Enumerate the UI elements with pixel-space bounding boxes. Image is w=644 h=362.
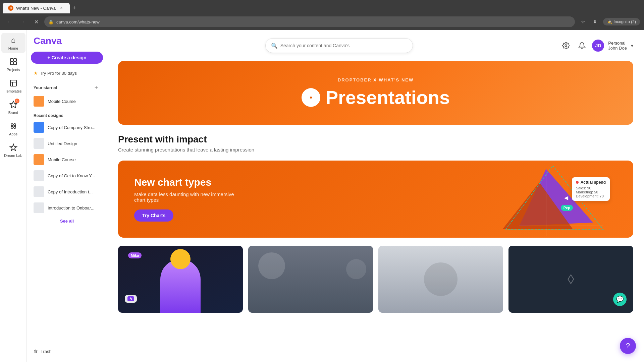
recent-item-untitled[interactable]: Untitled Design (31, 135, 103, 152)
sidebar-label-templates: Templates (5, 89, 21, 93)
app-body: ⌂ Home Projects Templates 1 Brand (0, 30, 644, 362)
svg-rect-4 (10, 80, 16, 86)
sidebar: ⌂ Home Projects Templates 1 Brand (0, 30, 27, 362)
pro-star-icon: ★ (34, 70, 38, 76)
browser-tabs: C What's New - Canva × + (0, 0, 644, 13)
recent-label-introduction: Copy of Introduction t... (48, 189, 93, 194)
present-subtitle: Create stunning presentations that leave… (118, 147, 633, 153)
sidebar-item-home[interactable]: ⌂ Home (1, 33, 25, 53)
recent-label-mobile: Mobile Course (48, 157, 76, 162)
starred-section-header: Your starred + (31, 81, 103, 93)
reload-button[interactable]: ✕ (31, 16, 42, 27)
create-design-button[interactable]: + Create a design (31, 52, 103, 64)
canva-logo: Canva (31, 36, 103, 46)
back-button[interactable]: ← (4, 16, 15, 27)
dreamlab-icon (9, 143, 18, 152)
bottom-card-1[interactable]: Mika ✎ (118, 246, 243, 313)
present-title: Present with impact (118, 134, 633, 145)
recent-thumb-untitled (34, 138, 44, 149)
recent-thumb-introduction (34, 186, 44, 197)
chat-bubble: 💬 (613, 293, 627, 306)
see-all-button[interactable]: See all (31, 216, 103, 226)
recent-thumb-gettoknow (34, 170, 44, 181)
tooltip-label: Actual spend (581, 180, 606, 185)
recent-header: Recent designs (31, 109, 103, 119)
search-icon: 🔍 (271, 43, 278, 49)
svg-point-10 (11, 126, 13, 128)
search-bar[interactable]: 🔍 (265, 38, 413, 53)
user-info: Personal John Doe (608, 41, 627, 51)
bottom-grid: Mika ✎ ◊ (118, 246, 633, 313)
recent-thumb-mobile (34, 154, 44, 165)
incognito-badge: 🕵 Incognito (2) (603, 18, 640, 25)
apps-icon (9, 121, 18, 131)
chart-card: New chart types Make data less daunting … (118, 161, 633, 238)
sidebar-label-brand: Brand (8, 111, 18, 115)
new-tab-button[interactable]: + (70, 3, 79, 13)
svg-rect-1 (14, 59, 16, 61)
trash-icon: 🗑 (34, 349, 38, 354)
incognito-icon: 🕵 (607, 19, 612, 24)
pep-badge: Pep (561, 205, 573, 211)
hero-banner[interactable]: DROPTOBER X WHAT'S NEW Presentations (118, 61, 633, 125)
svg-point-11 (14, 126, 16, 128)
svg-point-9 (14, 124, 16, 126)
starred-thumb (34, 96, 44, 107)
star-button[interactable]: ☆ (578, 16, 588, 27)
sidebar-item-apps[interactable]: Apps (1, 119, 25, 139)
bell-icon[interactable] (576, 40, 588, 52)
starred-item-mobile-course[interactable]: Mobile Course (31, 93, 103, 109)
trash-button[interactable]: 🗑 Trash (31, 346, 103, 357)
user-avatar[interactable]: JD (592, 40, 604, 52)
bottom-card-3[interactable] (378, 246, 503, 313)
brand-badge: 1 (15, 99, 19, 103)
forward-button[interactable]: → (17, 16, 28, 27)
url-text: canva.com/whats-new (56, 19, 100, 24)
starred-item-label: Mobile Course (48, 99, 76, 104)
sidebar-item-brand[interactable]: 1 Brand (1, 97, 25, 117)
browser-tab-active[interactable]: C What's New - Canva × (3, 3, 70, 13)
recent-item-mobile[interactable]: Mobile Course (31, 152, 103, 168)
recent-item-company[interactable]: Copy of Company Stru... (31, 119, 103, 135)
settings-icon[interactable] (560, 40, 572, 52)
recent-thumb-company (34, 122, 44, 133)
toolbar-actions: ☆ ⬇ (578, 16, 600, 27)
sidebar-label-projects: Projects (7, 68, 20, 72)
bottom-card-4[interactable]: ◊ 💬 (508, 246, 633, 313)
sidebar-label-dreamlab: Dream Lab (4, 154, 22, 158)
user-name-label: John Doe (608, 46, 627, 51)
hero-subtitle: DROPTOBER X WHAT'S NEW (338, 77, 414, 82)
browser-toolbar: ← → ✕ 🔒 canva.com/whats-new ☆ ⬇ 🕵 Incogn… (0, 13, 644, 30)
user-personal-label: Personal (608, 41, 627, 46)
sidebar-item-templates[interactable]: Templates (1, 76, 25, 96)
sidebar-label-apps: Apps (9, 132, 17, 136)
recent-item-introduction[interactable]: Copy of Introduction t... (31, 184, 103, 200)
tab-favicon: C (8, 5, 13, 11)
address-bar[interactable]: 🔒 canva.com/whats-new (44, 16, 575, 27)
recent-label-gettoknow: Copy of Get to Know Y... (48, 173, 95, 178)
chart-visual: Pep ◄ Actual spend Sales: 90 Marketing: … (479, 167, 613, 231)
user-chevron-icon[interactable]: ▾ (631, 43, 633, 48)
try-charts-button[interactable]: Try Charts (134, 209, 173, 222)
chart-desc: Make data less daunting with new immersi… (134, 191, 235, 203)
svg-point-15 (310, 97, 312, 99)
pep-label: Pep (564, 206, 570, 210)
help-fab[interactable]: ? (620, 338, 636, 354)
tooltip-row-2: Marketing: 50 (576, 190, 606, 194)
hero-icon (302, 88, 320, 107)
search-input[interactable] (280, 43, 407, 48)
download-button[interactable]: ⬇ (590, 16, 600, 27)
tab-title: What's New - Canva (16, 6, 56, 11)
browser-chrome: C What's New - Canva × + ← → ✕ 🔒 canva.c… (0, 0, 644, 30)
recent-item-onboarding[interactable]: Introduction to Onboar... (31, 200, 103, 216)
recent-label-untitled: Untitled Design (48, 141, 77, 146)
starred-add-button[interactable]: + (92, 84, 100, 92)
svg-rect-3 (14, 62, 16, 65)
bottom-card-2[interactable] (248, 246, 373, 313)
recent-item-gettoknow[interactable]: Copy of Get to Know Y... (31, 168, 103, 184)
sidebar-item-projects[interactable]: Projects (1, 54, 25, 74)
sidebar-item-dreamlab[interactable]: Dream Lab (1, 140, 25, 160)
try-pro-button[interactable]: ★ Try Pro for 30 days (31, 68, 103, 78)
recent-thumb-onboarding (34, 202, 44, 213)
tab-close-button[interactable]: × (58, 5, 64, 11)
